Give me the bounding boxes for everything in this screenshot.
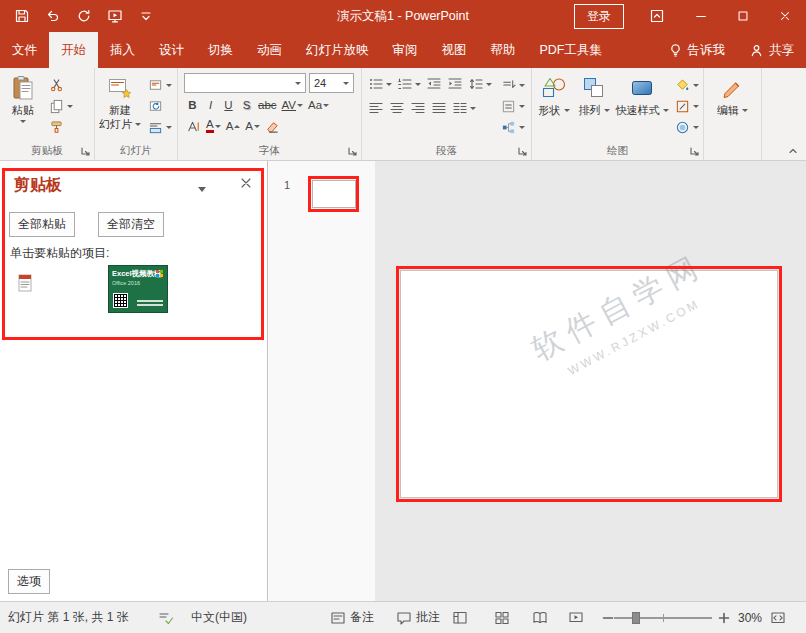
bold-button[interactable]: B	[184, 96, 201, 114]
options-button[interactable]: 选项	[8, 569, 50, 594]
minimize-button[interactable]	[680, 0, 722, 32]
customize-qat-icon[interactable]	[137, 7, 155, 25]
section-button[interactable]	[146, 119, 174, 136]
new-slide-label-line2: 幻灯片	[99, 118, 132, 132]
language-indicator[interactable]: 中文(中国)	[191, 602, 247, 633]
fit-to-window-button[interactable]	[770, 602, 786, 633]
font-name-select[interactable]	[184, 73, 306, 93]
outline-icon	[675, 99, 690, 114]
save-icon[interactable]	[13, 7, 31, 25]
clipboard-item[interactable]: Excel视频教程 Office 2016	[0, 261, 267, 319]
quick-styles-button[interactable]: 快速样式	[614, 72, 670, 144]
shrink-font-button[interactable]: A	[243, 117, 262, 135]
tab-insert[interactable]: 插入	[98, 32, 147, 68]
character-spacing-button[interactable]: AV	[280, 96, 306, 114]
align-right-button[interactable]	[408, 99, 428, 117]
zoom-level[interactable]: 30%	[738, 602, 762, 633]
text-shadow-button[interactable]: S	[238, 96, 255, 114]
bullets-button[interactable]	[366, 75, 394, 93]
fit-to-window-icon	[770, 610, 786, 626]
line-spacing-button[interactable]	[466, 75, 494, 93]
shape-fill-button[interactable]	[673, 77, 701, 94]
tab-help[interactable]: 帮助	[479, 32, 528, 68]
change-case-button[interactable]: Aa	[306, 96, 331, 114]
undo-icon[interactable]	[44, 7, 62, 25]
zoom-slider[interactable]	[614, 617, 712, 619]
align-left-button[interactable]	[366, 99, 386, 117]
columns-button[interactable]	[450, 99, 478, 117]
new-slide-button[interactable]: 新建 幻灯片	[97, 72, 143, 144]
clear-formatting-button[interactable]	[263, 117, 282, 135]
pane-menu-icon[interactable]	[198, 181, 206, 195]
tab-design[interactable]: 设计	[147, 32, 196, 68]
font-dialog-launcher-icon[interactable]	[347, 146, 359, 158]
numbering-button[interactable]	[395, 75, 423, 93]
drawing-dialog-launcher-icon[interactable]	[689, 146, 701, 158]
paste-all-button[interactable]: 全部粘贴	[9, 212, 75, 237]
grow-font-button[interactable]: A	[224, 117, 243, 135]
tab-transitions-label: 切换	[208, 42, 233, 59]
strikethrough-button[interactable]: abc	[256, 96, 279, 114]
tab-animations[interactable]: 动画	[245, 32, 294, 68]
italic-button[interactable]: I	[202, 96, 219, 114]
underline-button[interactable]: U	[220, 96, 237, 114]
group-label-font: 字体	[178, 144, 361, 158]
redo-icon[interactable]	[75, 7, 93, 25]
comments-button[interactable]: 批注	[396, 602, 440, 633]
clear-all-button[interactable]: 全部清空	[98, 212, 164, 237]
pane-close-icon[interactable]	[238, 175, 256, 193]
font-size-select[interactable]: 24	[309, 73, 354, 93]
slideshow-view-icon	[568, 610, 584, 626]
justify-button[interactable]	[429, 99, 449, 117]
notes-button[interactable]: 备注	[330, 602, 374, 633]
text-direction-button[interactable]	[499, 77, 527, 94]
clipboard-dialog-launcher-icon[interactable]	[80, 146, 92, 158]
share-button[interactable]: 共享	[737, 32, 806, 68]
zoom-slider-handle[interactable]	[632, 612, 640, 624]
zoom-in-button[interactable]	[716, 602, 732, 633]
format-painter-button[interactable]	[47, 119, 75, 136]
slide-thumbnail[interactable]	[312, 180, 356, 208]
slide-layout-button[interactable]	[146, 77, 174, 94]
close-button[interactable]	[764, 0, 806, 32]
paste-button[interactable]: 粘贴	[2, 72, 44, 144]
shapes-button[interactable]: 形状	[534, 72, 574, 144]
spell-check-button[interactable]	[158, 602, 174, 633]
editing-button[interactable]: 编辑	[710, 72, 756, 144]
ribbon-display-options-icon[interactable]	[648, 7, 666, 25]
font-color-button[interactable]: A	[204, 117, 223, 135]
paragraph-dialog-launcher-icon[interactable]	[517, 146, 529, 158]
collapse-ribbon-icon[interactable]	[787, 145, 799, 157]
tab-transitions[interactable]: 切换	[196, 32, 245, 68]
reset-slide-button[interactable]	[146, 98, 174, 115]
decrease-indent-button[interactable]	[424, 75, 444, 93]
copy-button[interactable]	[47, 98, 75, 115]
tab-review-label: 审阅	[393, 42, 418, 59]
tab-home[interactable]: 开始	[49, 32, 98, 68]
align-center-button[interactable]	[387, 99, 407, 117]
tab-file[interactable]: 文件	[0, 32, 49, 68]
tab-slideshow[interactable]: 幻灯片放映	[294, 32, 381, 68]
slide-canvas[interactable]	[400, 270, 778, 498]
phonetic-guide-button[interactable]	[184, 117, 203, 135]
shape-effects-button[interactable]	[673, 119, 701, 136]
tab-pdf-tools[interactable]: PDF工具集	[528, 32, 615, 68]
clipboard-item-thumbnail[interactable]: Excel视频教程 Office 2016	[108, 265, 168, 313]
slideshow-view-button[interactable]	[568, 602, 584, 633]
tab-review[interactable]: 审阅	[381, 32, 430, 68]
shape-outline-button[interactable]	[673, 98, 701, 115]
align-text-button[interactable]	[499, 98, 527, 115]
tell-me-button[interactable]: 告诉我	[656, 32, 738, 68]
tab-view[interactable]: 视图	[430, 32, 479, 68]
slide-sorter-button[interactable]	[494, 602, 510, 633]
new-slide-label-line1: 新建	[109, 104, 131, 116]
start-slideshow-icon[interactable]	[106, 7, 124, 25]
normal-view-button[interactable]	[452, 602, 468, 633]
increase-indent-button[interactable]	[445, 75, 465, 93]
cut-button[interactable]	[47, 77, 75, 94]
arrange-button[interactable]: 排列	[574, 72, 614, 144]
maximize-button[interactable]	[722, 0, 764, 32]
convert-to-smartart-button[interactable]	[499, 119, 527, 136]
reading-view-button[interactable]	[532, 602, 548, 633]
sign-in-button[interactable]: 登录	[574, 4, 624, 29]
